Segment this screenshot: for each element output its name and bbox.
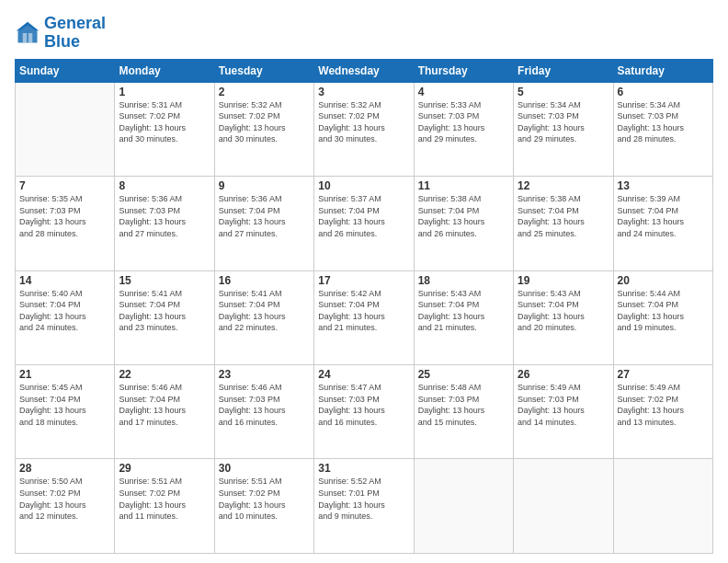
calendar-cell: 13Sunrise: 5:39 AM Sunset: 7:04 PM Dayli… bbox=[613, 177, 712, 270]
calendar-cell: 9Sunrise: 5:36 AM Sunset: 7:04 PM Daylig… bbox=[214, 177, 313, 270]
day-number: 5 bbox=[518, 86, 609, 98]
weekday-header: Sunday bbox=[16, 59, 115, 82]
day-number: 26 bbox=[518, 368, 609, 381]
calendar-cell: 5Sunrise: 5:34 AM Sunset: 7:03 PM Daylig… bbox=[514, 82, 613, 176]
calendar-cell bbox=[514, 459, 613, 554]
day-info: Sunrise: 5:49 AM Sunset: 7:02 PM Dayligh… bbox=[618, 382, 709, 428]
calendar-cell: 12Sunrise: 5:38 AM Sunset: 7:04 PM Dayli… bbox=[514, 177, 613, 270]
logo-icon bbox=[15, 20, 40, 46]
calendar-cell: 31Sunrise: 5:52 AM Sunset: 7:01 PM Dayli… bbox=[314, 459, 414, 554]
calendar-cell: 16Sunrise: 5:41 AM Sunset: 7:04 PM Dayli… bbox=[214, 270, 313, 364]
calendar-cell: 26Sunrise: 5:49 AM Sunset: 7:03 PM Dayli… bbox=[514, 365, 613, 459]
calendar-cell: 27Sunrise: 5:49 AM Sunset: 7:02 PM Dayli… bbox=[613, 365, 712, 459]
calendar-cell bbox=[613, 459, 712, 554]
day-number: 8 bbox=[119, 179, 210, 192]
day-info: Sunrise: 5:44 AM Sunset: 7:04 PM Dayligh… bbox=[618, 288, 709, 334]
logo-text: General Blue bbox=[44, 15, 106, 52]
calendar-cell: 29Sunrise: 5:51 AM Sunset: 7:02 PM Dayli… bbox=[115, 459, 214, 554]
page: General Blue SundayMondayTuesdayWednesda… bbox=[0, 0, 728, 563]
calendar-cell: 6Sunrise: 5:34 AM Sunset: 7:03 PM Daylig… bbox=[613, 82, 712, 176]
calendar-cell: 21Sunrise: 5:45 AM Sunset: 7:04 PM Dayli… bbox=[16, 365, 115, 459]
calendar-week-row: 14Sunrise: 5:40 AM Sunset: 7:04 PM Dayli… bbox=[16, 270, 713, 364]
day-info: Sunrise: 5:47 AM Sunset: 7:03 PM Dayligh… bbox=[318, 382, 409, 428]
calendar-cell bbox=[16, 82, 115, 176]
day-info: Sunrise: 5:36 AM Sunset: 7:04 PM Dayligh… bbox=[219, 193, 310, 239]
calendar-cell: 3Sunrise: 5:32 AM Sunset: 7:02 PM Daylig… bbox=[314, 82, 414, 176]
calendar-cell: 8Sunrise: 5:36 AM Sunset: 7:03 PM Daylig… bbox=[115, 177, 214, 270]
day-number: 21 bbox=[19, 368, 110, 381]
day-number: 3 bbox=[318, 86, 409, 98]
svg-rect-3 bbox=[28, 33, 32, 43]
day-info: Sunrise: 5:48 AM Sunset: 7:03 PM Dayligh… bbox=[418, 382, 509, 428]
day-number: 30 bbox=[219, 462, 310, 475]
day-info: Sunrise: 5:34 AM Sunset: 7:03 PM Dayligh… bbox=[618, 99, 709, 145]
day-info: Sunrise: 5:51 AM Sunset: 7:02 PM Dayligh… bbox=[119, 476, 210, 522]
header-row: SundayMondayTuesdayWednesdayThursdayFrid… bbox=[16, 59, 713, 82]
weekday-header: Saturday bbox=[613, 59, 712, 82]
calendar-cell: 15Sunrise: 5:41 AM Sunset: 7:04 PM Dayli… bbox=[115, 270, 214, 364]
day-info: Sunrise: 5:43 AM Sunset: 7:04 PM Dayligh… bbox=[518, 288, 609, 334]
day-info: Sunrise: 5:31 AM Sunset: 7:02 PM Dayligh… bbox=[119, 99, 210, 145]
calendar-cell: 14Sunrise: 5:40 AM Sunset: 7:04 PM Dayli… bbox=[16, 270, 115, 364]
day-info: Sunrise: 5:41 AM Sunset: 7:04 PM Dayligh… bbox=[219, 288, 310, 334]
day-info: Sunrise: 5:35 AM Sunset: 7:03 PM Dayligh… bbox=[19, 193, 110, 239]
day-info: Sunrise: 5:32 AM Sunset: 7:02 PM Dayligh… bbox=[219, 99, 310, 145]
calendar-week-row: 21Sunrise: 5:45 AM Sunset: 7:04 PM Dayli… bbox=[16, 365, 713, 459]
weekday-header: Tuesday bbox=[214, 59, 313, 82]
calendar-cell: 2Sunrise: 5:32 AM Sunset: 7:02 PM Daylig… bbox=[214, 82, 313, 176]
day-number: 23 bbox=[219, 368, 310, 381]
day-info: Sunrise: 5:43 AM Sunset: 7:04 PM Dayligh… bbox=[418, 288, 509, 334]
logo: General Blue bbox=[15, 15, 106, 52]
day-number: 9 bbox=[219, 179, 310, 192]
day-info: Sunrise: 5:46 AM Sunset: 7:04 PM Dayligh… bbox=[119, 382, 210, 428]
day-number: 15 bbox=[119, 274, 210, 287]
calendar-week-row: 28Sunrise: 5:50 AM Sunset: 7:02 PM Dayli… bbox=[16, 459, 713, 554]
svg-rect-2 bbox=[23, 33, 27, 43]
calendar-cell: 23Sunrise: 5:46 AM Sunset: 7:03 PM Dayli… bbox=[214, 365, 313, 459]
day-number: 31 bbox=[318, 462, 409, 475]
calendar-week-row: 1Sunrise: 5:31 AM Sunset: 7:02 PM Daylig… bbox=[16, 82, 713, 176]
day-info: Sunrise: 5:38 AM Sunset: 7:04 PM Dayligh… bbox=[418, 193, 509, 239]
day-info: Sunrise: 5:40 AM Sunset: 7:04 PM Dayligh… bbox=[19, 288, 110, 334]
day-number: 18 bbox=[418, 274, 509, 287]
day-number: 12 bbox=[518, 179, 609, 192]
day-info: Sunrise: 5:39 AM Sunset: 7:04 PM Dayligh… bbox=[618, 193, 709, 239]
calendar-cell: 19Sunrise: 5:43 AM Sunset: 7:04 PM Dayli… bbox=[514, 270, 613, 364]
day-number: 29 bbox=[119, 462, 210, 475]
day-number: 25 bbox=[418, 368, 509, 381]
calendar-cell: 7Sunrise: 5:35 AM Sunset: 7:03 PM Daylig… bbox=[16, 177, 115, 270]
day-number: 28 bbox=[19, 462, 110, 475]
day-info: Sunrise: 5:36 AM Sunset: 7:03 PM Dayligh… bbox=[119, 193, 210, 239]
day-number: 11 bbox=[418, 179, 509, 192]
calendar-cell: 18Sunrise: 5:43 AM Sunset: 7:04 PM Dayli… bbox=[414, 270, 513, 364]
day-number: 24 bbox=[318, 368, 409, 381]
day-number: 7 bbox=[19, 179, 110, 192]
day-info: Sunrise: 5:41 AM Sunset: 7:04 PM Dayligh… bbox=[119, 288, 210, 334]
calendar-cell: 11Sunrise: 5:38 AM Sunset: 7:04 PM Dayli… bbox=[414, 177, 513, 270]
day-info: Sunrise: 5:42 AM Sunset: 7:04 PM Dayligh… bbox=[318, 288, 409, 334]
day-number: 16 bbox=[219, 274, 310, 287]
day-number: 10 bbox=[318, 179, 409, 192]
day-number: 13 bbox=[618, 179, 709, 192]
day-number: 20 bbox=[618, 274, 709, 287]
calendar-cell: 17Sunrise: 5:42 AM Sunset: 7:04 PM Dayli… bbox=[314, 270, 414, 364]
day-info: Sunrise: 5:52 AM Sunset: 7:01 PM Dayligh… bbox=[318, 476, 409, 522]
day-number: 17 bbox=[318, 274, 409, 287]
day-info: Sunrise: 5:37 AM Sunset: 7:04 PM Dayligh… bbox=[318, 193, 409, 239]
calendar-cell: 1Sunrise: 5:31 AM Sunset: 7:02 PM Daylig… bbox=[115, 82, 214, 176]
svg-marker-0 bbox=[18, 23, 38, 42]
calendar-cell: 24Sunrise: 5:47 AM Sunset: 7:03 PM Dayli… bbox=[314, 365, 414, 459]
calendar-cell: 30Sunrise: 5:51 AM Sunset: 7:02 PM Dayli… bbox=[214, 459, 313, 554]
day-info: Sunrise: 5:32 AM Sunset: 7:02 PM Dayligh… bbox=[318, 99, 409, 145]
calendar-cell: 25Sunrise: 5:48 AM Sunset: 7:03 PM Dayli… bbox=[414, 365, 513, 459]
calendar-week-row: 7Sunrise: 5:35 AM Sunset: 7:03 PM Daylig… bbox=[16, 177, 713, 270]
day-info: Sunrise: 5:46 AM Sunset: 7:03 PM Dayligh… bbox=[219, 382, 310, 428]
day-number: 2 bbox=[219, 86, 310, 98]
calendar-cell: 28Sunrise: 5:50 AM Sunset: 7:02 PM Dayli… bbox=[16, 459, 115, 554]
header: General Blue bbox=[15, 15, 713, 52]
day-info: Sunrise: 5:33 AM Sunset: 7:03 PM Dayligh… bbox=[418, 99, 509, 145]
calendar-cell: 10Sunrise: 5:37 AM Sunset: 7:04 PM Dayli… bbox=[314, 177, 414, 270]
day-number: 1 bbox=[119, 86, 210, 98]
day-info: Sunrise: 5:45 AM Sunset: 7:04 PM Dayligh… bbox=[19, 382, 110, 428]
day-info: Sunrise: 5:38 AM Sunset: 7:04 PM Dayligh… bbox=[518, 193, 609, 239]
